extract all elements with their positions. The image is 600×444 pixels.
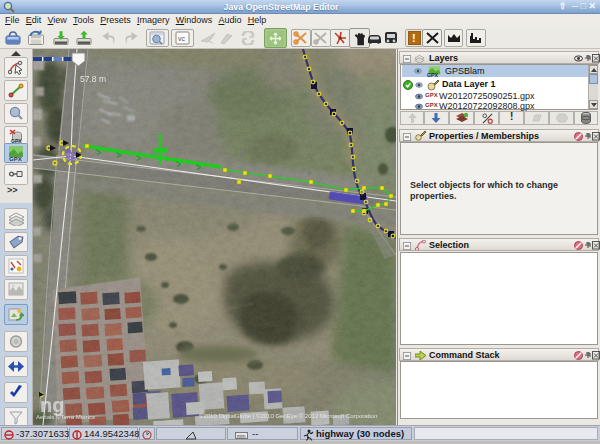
svg-text:Aerials ©Terra Metrics: Aerials ©Terra Metrics (36, 414, 95, 420)
svg-text:©2010 DigitalGlobe | ©2010 Geo: ©2010 DigitalGlobe | ©2010 GeoEye © 2012… (199, 413, 377, 419)
svg-text:ng: ng (40, 394, 64, 416)
svg-text:vc: vc (178, 35, 186, 42)
svg-text:GPX: GPX (9, 156, 22, 162)
svg-text:GPX: GPX (427, 72, 439, 78)
svg-text:mm: mm (237, 433, 245, 439)
svg-text:!: ! (412, 32, 416, 44)
svg-text:57.8 m: 57.8 m (80, 74, 106, 84)
